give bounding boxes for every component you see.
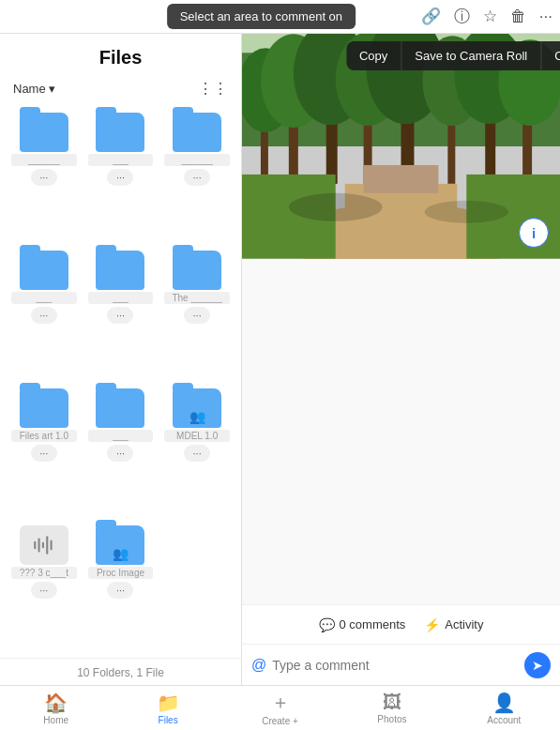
bottom-nav: 🏠 Home 📁 Files ＋ Create + 🖼 Photos 👤 Acc… [0,685,560,730]
more-button[interactable]: ··· [31,445,57,462]
main-area: Files Name ▾ ⋮⋮ ______ ··· ___ ··· ____ [0,34,560,685]
comments-tab[interactable]: 💬 0 comments [319,617,406,632]
waveform-icon [32,533,56,557]
list-item[interactable]: ______ ··· [8,107,81,241]
files-panel: Files Name ▾ ⋮⋮ ______ ··· ___ ··· ____ [0,34,242,685]
folder-icon [96,388,144,428]
more-button[interactable]: ··· [184,307,210,324]
file-name: ??? 3 c___t [11,567,77,579]
comment-input[interactable] [272,658,524,673]
shared-folder-icon [96,525,144,565]
file-name: ___ [11,292,77,304]
create-icon: ＋ [271,690,290,715]
audio-file-icon [20,525,68,565]
account-icon: 👤 [492,692,516,714]
file-name: ___ [88,430,154,442]
file-name: ___ [88,154,154,166]
context-menu: Copy Save to Camera Roll Open in... [346,41,560,70]
home-icon: 🏠 [44,692,68,714]
more-button[interactable]: ··· [184,169,210,186]
list-item[interactable]: ______ ··· [160,107,234,241]
nav-account[interactable]: 👤 Account [448,692,560,725]
file-name: MDEL 1.0 [164,430,230,442]
send-button[interactable]: ➤ [524,652,551,678]
list-item[interactable]: ___ ··· [84,107,158,241]
list-item[interactable]: Proc Image ··· [84,520,158,654]
svg-rect-17 [364,165,439,193]
more-button[interactable]: ··· [107,445,133,462]
copy-button[interactable]: Copy [346,41,401,70]
save-to-camera-roll-button[interactable]: Save to Camera Roll [401,41,541,70]
info-icon[interactable]: ⓘ [454,6,470,27]
file-name: ______ [11,154,77,166]
comments-count: 0 comments [340,617,406,631]
files-grid: ______ ··· ___ ··· ______ ··· ___ ··· [0,103,241,658]
folder-icon [20,251,68,290]
files-title: Files [0,34,241,76]
trash-icon[interactable]: 🗑 [510,8,526,26]
nav-home[interactable]: 🏠 Home [0,692,112,725]
nav-photos[interactable]: 🖼 Photos [336,692,447,724]
more-button[interactable]: ··· [107,307,133,324]
more-button[interactable]: ··· [107,582,133,599]
files-header: Name ▾ ⋮⋮ [0,76,241,103]
folder-icon [96,113,144,152]
svg-rect-3 [46,537,48,555]
svg-rect-1 [38,539,39,553]
preview-empty-area [242,259,560,604]
activity-tab[interactable]: ⚡ Activity [424,617,483,632]
svg-rect-0 [34,541,36,550]
list-item[interactable]: ___ ··· [8,245,81,379]
grid-view-icon[interactable]: ⋮⋮ [198,80,228,98]
files-footer: 10 Folders, 1 File [0,658,241,685]
file-name: The ______ [164,292,230,304]
name-label: Name [13,82,46,96]
info-button[interactable]: i [519,218,549,248]
list-item[interactable]: MDEL 1.0 ··· [160,383,234,517]
more-button[interactable]: ··· [31,582,57,599]
send-icon: ➤ [532,658,543,673]
file-name: Files art 1.0 [11,430,77,442]
comment-input-bar: @ ➤ [242,644,560,685]
top-bar-icons: 🔗 ⓘ ☆ 🗑 ··· [421,6,552,27]
more-icon[interactable]: ··· [539,8,552,26]
comments-bar: 💬 0 comments ⚡ Activity [242,604,560,644]
svg-rect-4 [50,540,52,551]
folder-icon [96,251,144,290]
svg-point-28 [289,193,383,221]
nav-files[interactable]: 📁 Files [112,692,223,725]
svg-rect-16 [345,184,458,259]
star-icon[interactable]: ☆ [483,7,497,26]
list-item[interactable]: ??? 3 c___t ··· [8,520,81,654]
file-name: Proc Image [88,567,154,579]
svg-point-29 [424,201,508,223]
more-button[interactable]: ··· [107,169,133,186]
sort-arrow: ▾ [49,82,55,96]
tooltip-banner: Select an area to comment on [167,4,356,29]
home-label: Home [43,715,68,725]
list-item[interactable]: Files art 1.0 ··· [8,383,81,517]
file-name: ___ [88,292,154,304]
link-icon[interactable]: 🔗 [421,7,441,26]
more-button[interactable]: ··· [184,445,210,462]
activity-icon: ⚡ [424,617,440,632]
list-item[interactable]: The ______ ··· [160,245,234,379]
svg-rect-2 [42,542,44,549]
photos-icon: 🖼 [383,692,401,713]
top-bar: Select an area to comment on 🔗 ⓘ ☆ 🗑 ··· [0,0,560,34]
shared-folder-icon [173,388,221,428]
folder-icon [173,251,221,290]
preview-image-area: Copy Save to Camera Roll Open in... i [242,34,560,259]
more-button[interactable]: ··· [31,307,57,324]
file-name: ______ [164,154,230,166]
list-item[interactable]: ___ ··· [84,383,158,517]
nav-create[interactable]: ＋ Create + [224,690,336,726]
photos-label: Photos [377,714,406,724]
name-sort[interactable]: Name ▾ [13,82,55,96]
at-symbol: @ [251,657,266,674]
folder-icon [20,113,68,152]
open-in-button[interactable]: Open in... [541,41,560,70]
files-icon: 📁 [157,692,180,714]
list-item[interactable]: ___ ··· [84,245,158,379]
more-button[interactable]: ··· [31,169,57,186]
